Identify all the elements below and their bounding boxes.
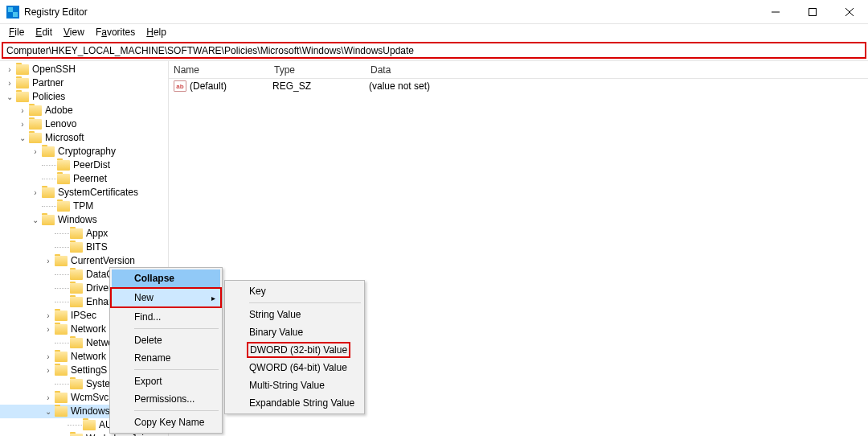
folder-icon [16,78,29,88]
menu-favorites[interactable]: Favorites [90,25,141,39]
tree-bits[interactable]: BITS [0,241,168,254]
menu-help[interactable]: Help [141,25,172,39]
titlebar: Registry Editor [0,0,868,24]
col-name[interactable]: Name [169,64,269,76]
close-button[interactable] [831,0,868,24]
value-row-default[interactable]: ab (Default) REG_SZ (value not set) [169,79,868,93]
col-type[interactable]: Type [269,64,366,76]
tree-adobe[interactable]: ›Adobe [0,104,168,117]
ctx-rename[interactable]: Rename [112,349,220,367]
folder-icon [70,269,83,280]
menu-view[interactable]: View [58,25,90,39]
folder-icon [57,174,70,184]
tree-appx[interactable]: Appx [0,227,168,241]
ctx-copy-key-name[interactable]: Copy Key Name [112,413,220,431]
svg-rect-1 [809,8,817,15]
ctx-find[interactable]: Find... [112,308,220,326]
folder-icon [29,119,42,130]
tree-peerdist[interactable]: PeerDist [0,158,168,172]
chevron-right-icon: ▸ [211,294,215,302]
folder-icon [29,133,42,143]
separator [249,302,361,303]
ctx-new-string[interactable]: String Value [227,306,362,323]
folder-icon [16,92,29,102]
ctx-new-binary[interactable]: Binary Value [227,323,362,341]
ctx-new-multistring[interactable]: Multi-String Value [227,376,362,394]
folder-icon [55,324,68,335]
tree-cryptography[interactable]: ›Cryptography [0,145,168,158]
ctx-collapse[interactable]: Collapse [112,269,220,287]
value-type: REG_SZ [272,80,369,92]
ctx-export[interactable]: Export [112,372,220,390]
menu-edit[interactable]: Edit [30,25,58,39]
ctx-new[interactable]: New▸ [112,289,220,306]
ctx-new-expandable[interactable]: Expandable String Value [227,394,362,412]
folder-icon [42,146,55,157]
folder-icon [57,201,70,212]
window-title: Registry Editor [24,6,757,18]
tree-lenovo[interactable]: ›Lenovo [0,117,168,131]
folder-icon [55,256,68,266]
folder-icon [70,283,83,294]
address-bar[interactable]: Computer\HKEY_LOCAL_MACHINE\SOFTWARE\Pol… [2,42,866,59]
address-text: Computer\HKEY_LOCAL_MACHINE\SOFTWARE\Pol… [6,45,414,56]
tree-systemcertificates[interactable]: ›SystemCertificates [0,186,168,199]
menu-file[interactable]: File [3,25,30,39]
folder-icon [55,365,68,376]
context-menu: Collapse New▸ Find... Delete Rename Expo… [109,267,223,434]
context-submenu-new: Key String Value Binary Value DWORD (32-… [224,280,365,414]
folder-icon [29,105,42,116]
ctx-new-qword[interactable]: QWORD (64-bit) Value [227,359,362,376]
folder-icon [55,352,68,362]
ctx-permissions[interactable]: Permissions... [112,390,220,408]
string-value-icon: ab [174,80,186,92]
value-name: (Default) [190,80,272,92]
column-headers: Name Type Data [169,61,868,79]
folder-icon [70,338,83,348]
tree-partner[interactable]: ›Partner [0,76,168,90]
folder-icon [70,297,83,307]
folder-icon [70,242,83,253]
ctx-new-key[interactable]: Key [227,282,362,300]
folder-icon [42,187,55,198]
tree-currentversion[interactable]: ›CurrentVersion [0,254,168,268]
maximize-button[interactable] [794,0,831,24]
menubar: File Edit View Favorites Help [0,24,868,40]
tree-policies[interactable]: ⌄Policies [0,90,168,104]
regedit-icon [6,6,19,19]
col-data[interactable]: Data [366,64,868,76]
tree-openssh[interactable]: ›OpenSSH [0,63,168,76]
folder-icon [55,393,68,403]
tree-peernet[interactable]: Peernet [0,172,168,186]
folder-icon [55,311,68,321]
folder-icon [83,420,96,430]
tree-windows[interactable]: ⌄Windows [0,213,168,227]
separator [134,410,219,411]
separator [134,328,219,329]
value-data: (value not set) [369,80,868,92]
ctx-new-dword[interactable]: DWORD (32-bit) Value [227,341,362,359]
folder-icon [16,64,29,75]
ctx-delete[interactable]: Delete [112,331,220,349]
folder-icon [55,406,68,417]
folder-icon [42,215,55,225]
folder-icon [70,379,83,389]
tree-microsoft[interactable]: ⌄Microsoft [0,131,168,145]
separator [134,369,219,370]
folder-icon [57,160,70,171]
minimize-button[interactable] [757,0,794,24]
folder-icon [70,228,83,239]
tree-tpm[interactable]: TPM [0,199,168,213]
